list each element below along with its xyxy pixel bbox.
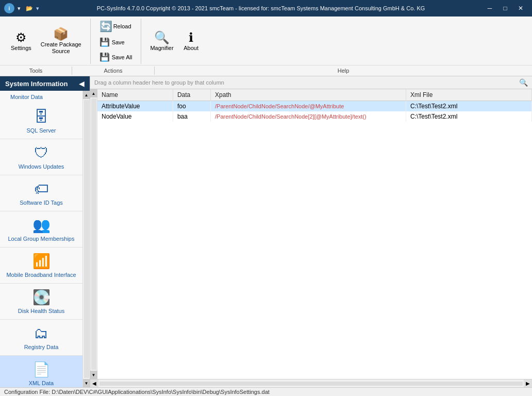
sidebar-collapse-button[interactable]: ◀ — [79, 79, 85, 88]
registry-data-label: Registry Data — [24, 344, 59, 350]
create-package-label: Create PackageSource — [41, 41, 81, 55]
cell-name: AttributeValue — [97, 101, 173, 112]
toolbar-labels: Tools Actions Help — [0, 65, 532, 76]
maximize-button[interactable]: □ — [498, 3, 512, 13]
col-data[interactable]: Data — [173, 89, 210, 101]
about-icon: ℹ — [189, 31, 193, 44]
mobile-broadband-label: Mobile Broadband Interface — [6, 272, 76, 278]
cell-data: foo — [173, 101, 210, 112]
cell-xmlfile: C:\Test\Test2.xml — [406, 101, 532, 112]
windows-updates-icon: 🛡 — [34, 144, 48, 161]
status-bar: Configuration File: D:\Daten\DEV\C#\GUIA… — [0, 387, 532, 396]
main-layout: System Information ◀ Monitor Data 🗄 SQL … — [0, 76, 532, 387]
h-scroll-right-button[interactable]: ▶ — [524, 380, 532, 388]
sql-server-label: SQL Server — [26, 127, 56, 134]
sidebar-item-xml-data[interactable]: 📄 XML Data — [0, 356, 82, 387]
grid-scroll-track — [91, 98, 96, 370]
sidebar-scroll-track — [84, 100, 89, 378]
h-scroll-left-button[interactable]: ◀ — [90, 380, 98, 388]
sidebar-item-local-group-memberships[interactable]: 👥 Local Group Memberships — [0, 211, 82, 248]
software-id-tags-label: Software ID Tags — [20, 200, 63, 206]
col-xmlfile[interactable]: Xml File — [406, 89, 532, 101]
grid-table: Name Data Xpath Xml File AttributeValuef… — [97, 89, 532, 122]
settings-button[interactable]: ⚙ Settings — [6, 29, 36, 54]
software-id-tags-icon: 🏷 — [34, 180, 48, 197]
registry-data-icon: 🗂 — [34, 325, 48, 342]
reload-button[interactable]: 🔄 Reload — [95, 19, 136, 34]
grid-header: Name Data Xpath Xml File — [97, 89, 532, 101]
app-menu-arrow[interactable]: ▾ — [18, 5, 21, 12]
magnifier-button[interactable]: 🔍 Magnifier — [145, 29, 178, 54]
disk-health-label: Disk Health Status — [18, 308, 64, 314]
title-bar: i ▾ 📂 ▾ PC-SysInfo 4.7.0.0 Copyright © 2… — [0, 0, 532, 16]
save-all-button[interactable]: 💾 Save All — [95, 50, 137, 64]
toolbar: ⚙ Settings 📦 Create PackageSource 🔄 Relo… — [0, 16, 532, 76]
grid-wrapper: ▲ ▼ Name Data Xpath Xml File Attrib — [90, 89, 532, 379]
title-bar-title: PC-SysInfo 4.7.0.0 Copyright © 2013 - 20… — [39, 5, 483, 11]
sidebar-scroll-up[interactable]: ▲ — [83, 91, 90, 99]
about-label: About — [184, 45, 198, 51]
search-icon[interactable]: 🔍 — [519, 78, 528, 87]
cell-name: NodeValue — [97, 111, 173, 122]
sidebar-scrollbar: ▲ ▼ — [82, 91, 90, 387]
magnifier-label: Magnifier — [150, 45, 173, 51]
reload-icon: 🔄 — [99, 21, 112, 31]
sidebar-scroll-down[interactable]: ▼ — [83, 379, 90, 387]
table-row[interactable]: AttributeValuefoo/ParentNode/ChildNode/S… — [97, 101, 532, 112]
create-package-source-button[interactable]: 📦 Create PackageSource — [36, 25, 86, 57]
sidebar: System Information ◀ Monitor Data 🗄 SQL … — [0, 76, 90, 387]
title-bar-left: i ▾ 📂 ▾ — [4, 3, 39, 13]
h-scroll-track — [99, 382, 523, 386]
save-icon: 💾 — [99, 37, 110, 47]
cell-xpath: /ParentNode/ChildNode/SearchNode[2][@MyA… — [211, 111, 406, 122]
quick-access[interactable]: 📂 — [26, 5, 33, 12]
xml-data-icon: 📄 — [32, 361, 51, 378]
save-buttons: 💾 Save 💾 Save All — [95, 35, 137, 64]
grid-scroll-up[interactable]: ▲ — [90, 89, 97, 97]
toolbar-buttons: ⚙ Settings 📦 Create PackageSource 🔄 Relo… — [0, 16, 532, 64]
status-text: Configuration File: D:\Daten\DEV\C#\GUIA… — [4, 389, 270, 395]
sidebar-item-disk-health-status[interactable]: 💽 Disk Health Status — [0, 284, 82, 320]
table-row[interactable]: NodeValuebaa/ParentNode/ChildNode/Search… — [97, 111, 532, 122]
grid-v-scroll-left: ▲ ▼ — [90, 89, 97, 379]
about-button[interactable]: ℹ About — [178, 29, 204, 54]
title-bar-controls: ─ □ ✕ — [483, 3, 528, 13]
sql-server-icon: 🗄 — [34, 108, 48, 125]
sidebar-item-sql-server[interactable]: 🗄 SQL Server — [0, 103, 82, 139]
monitor-data-label: Monitor Data — [10, 94, 43, 100]
save-label: Save — [112, 39, 125, 45]
col-xpath[interactable]: Xpath — [211, 89, 406, 101]
toolbar-group-tools: ⚙ Settings 📦 Create PackageSource — [2, 19, 91, 64]
toolbar-label-actions: Actions — [72, 67, 155, 75]
save-button[interactable]: 💾 Save — [95, 35, 137, 49]
sidebar-item-monitor-data[interactable]: Monitor Data — [0, 91, 82, 103]
grid-body: AttributeValuefoo/ParentNode/ChildNode/S… — [97, 101, 532, 122]
grid-scroll-down[interactable]: ▼ — [90, 371, 97, 379]
content-area: Drag a column header here to group by th… — [90, 76, 532, 387]
xml-data-label: XML Data — [29, 380, 54, 386]
app-icon: i — [4, 3, 14, 13]
sidebar-item-mobile-broadband[interactable]: 📶 Mobile Broadband Interface — [0, 248, 82, 284]
disk-health-icon: 💽 — [32, 289, 51, 306]
cell-xpath: /ParentNode/ChildNode/SearchNode/@MyAttr… — [211, 101, 406, 112]
package-icon: 📦 — [53, 28, 69, 40]
local-group-icon: 👥 — [32, 217, 51, 234]
cell-xmlfile: C:\Test\Test2.xml — [406, 111, 532, 122]
minimize-button[interactable]: ─ — [483, 3, 497, 13]
mobile-broadband-icon: 📶 — [32, 253, 51, 270]
save-all-label: Save All — [112, 54, 132, 60]
data-grid: Name Data Xpath Xml File AttributeValuef… — [97, 89, 532, 379]
toolbar-group-help: 🔍 Magnifier ℹ About — [141, 19, 208, 64]
sidebar-item-software-id-tags[interactable]: 🏷 Software ID Tags — [0, 175, 82, 211]
col-name[interactable]: Name — [97, 89, 173, 101]
sidebar-item-windows-updates[interactable]: 🛡 Windows Updates — [0, 139, 82, 175]
sidebar-items: Monitor Data 🗄 SQL Server 🛡 Windows Upda… — [0, 91, 82, 387]
horizontal-scrollbar: ◀ ▶ — [90, 379, 532, 387]
windows-updates-label: Windows Updates — [19, 163, 64, 170]
reload-label: Reload — [113, 23, 131, 29]
close-button[interactable]: ✕ — [513, 3, 528, 13]
local-group-label: Local Group Memberships — [8, 236, 74, 242]
toolbar-group-actions: 🔄 Reload 💾 Save 💾 Save All — [91, 19, 142, 64]
sidebar-item-registry-data[interactable]: 🗂 Registry Data — [0, 320, 82, 356]
sidebar-title: System Information — [5, 80, 68, 88]
